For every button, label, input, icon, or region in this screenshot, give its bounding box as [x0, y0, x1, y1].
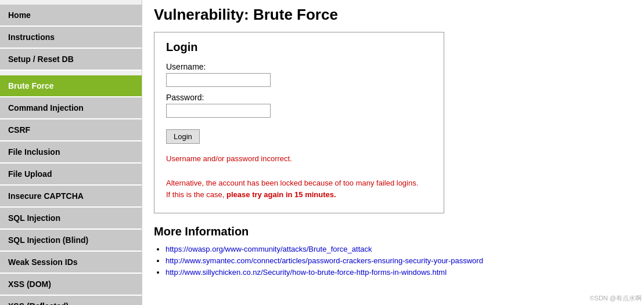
- sidebar-item-brute-force[interactable]: Brute Force: [0, 75, 142, 97]
- more-info-links: https://owasp.org/www-community/attacks/…: [166, 244, 632, 277]
- more-info-section: More Information https://owasp.org/www-c…: [154, 225, 632, 277]
- error-line3: If this is the case, please try again in…: [166, 189, 432, 201]
- error-line3-prefix: If this is the case,: [166, 190, 226, 199]
- error-line1: Username and/or password incorrect.: [166, 153, 432, 165]
- sidebar-item-sql-injection[interactable]: SQL Injection: [0, 208, 142, 230]
- username-label: Username:: [166, 62, 432, 71]
- login-button[interactable]: Login: [166, 129, 200, 144]
- sidebar-item-home[interactable]: Home: [0, 5, 142, 27]
- more-info-title: More Information: [154, 225, 632, 238]
- sidebar-item-xss-dom[interactable]: XSS (DOM): [0, 274, 142, 296]
- sidebar-item-instructions[interactable]: Instructions: [0, 27, 142, 49]
- sidebar-item-setup-reset-db[interactable]: Setup / Reset DB: [0, 49, 142, 71]
- sidebar: HomeInstructionsSetup / Reset DBBrute Fo…: [0, 0, 142, 305]
- password-input[interactable]: [166, 104, 271, 118]
- sidebar-item-csrf[interactable]: CSRF: [0, 119, 142, 141]
- more-info-link-2[interactable]: http://www.sillychicken.co.nz/Security/h…: [166, 268, 447, 277]
- sidebar-item-sql-injection-blind[interactable]: SQL Injection (Blind): [0, 230, 142, 252]
- password-label: Password:: [166, 93, 432, 102]
- login-title: Login: [166, 41, 432, 54]
- more-info-link-0[interactable]: https://owasp.org/www-community/attacks/…: [166, 245, 372, 253]
- error-line2: Alternative, the account has been locked…: [166, 177, 432, 190]
- error-line3-bold: please try again in 15 minutes.: [226, 190, 336, 199]
- sidebar-item-weak-session-ids[interactable]: Weak Session IDs: [0, 252, 142, 274]
- list-item: http://www.sillychicken.co.nz/Security/h…: [166, 267, 632, 277]
- sidebar-item-insecure-captcha[interactable]: Insecure CAPTCHA: [0, 186, 142, 208]
- watermark: ©SDN @有点水啊: [589, 294, 642, 303]
- sidebar-item-xss-reflected[interactable]: XSS (Reflected): [0, 296, 142, 305]
- list-item: https://owasp.org/www-community/attacks/…: [166, 244, 632, 253]
- error-message: Username and/or password incorrect. Alte…: [166, 153, 432, 201]
- sidebar-item-file-inclusion[interactable]: File Inclusion: [0, 141, 142, 164]
- login-box: Login Username: Password: Login Username…: [154, 32, 444, 213]
- page-title: Vulnerability: Brute Force: [154, 6, 632, 24]
- password-group: Password:: [166, 93, 432, 118]
- sidebar-item-file-upload[interactable]: File Upload: [0, 164, 142, 186]
- more-info-link-1[interactable]: http://www.symantec.com/connect/articles…: [166, 256, 483, 265]
- list-item: http://www.symantec.com/connect/articles…: [166, 256, 632, 265]
- username-group: Username:: [166, 62, 432, 87]
- main-content: Vulnerability: Brute Force Login Usernam…: [142, 0, 644, 305]
- sidebar-item-command-injection[interactable]: Command Injection: [0, 97, 142, 119]
- username-input[interactable]: [166, 73, 271, 87]
